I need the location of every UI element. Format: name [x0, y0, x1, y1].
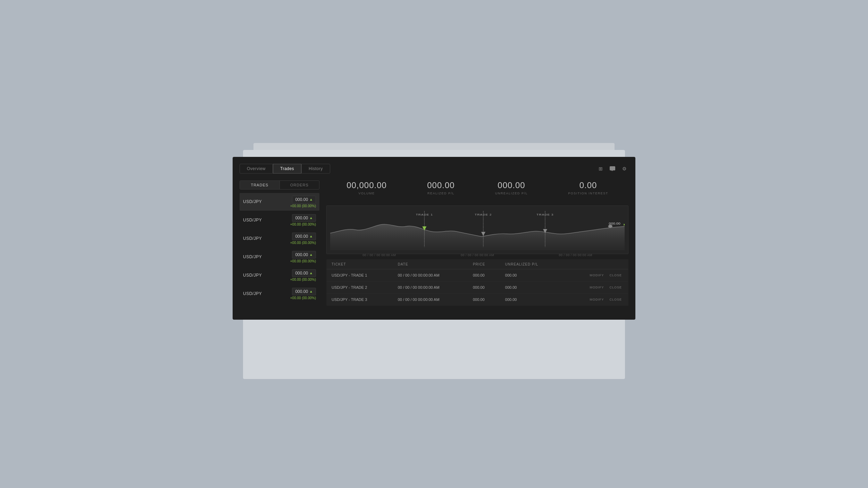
table-row-1: USD/JPY - TRADE 2 00 / 00 / 00 00:00:00 …	[327, 281, 628, 293]
trade3-label: TRADE 3	[536, 213, 553, 216]
stat-position-interest-label: POSITION INTEREST	[568, 192, 608, 195]
row2-close-button[interactable]: CLOSE	[608, 297, 623, 302]
row1-price: 000.00	[468, 281, 500, 293]
row1-date: 00 / 00 / 00 00:00:00 AM	[393, 281, 468, 293]
stat-volume-label: VOLUME	[347, 192, 387, 195]
sidebar-list: USD/JPY 000.00 ▲ +00.00 (00.00%) USD/JPY	[240, 193, 319, 303]
row1-actions: MODIFY CLOSE	[563, 281, 628, 293]
stat-unrealized-pl-value: 000.00	[495, 180, 528, 190]
sidebar-item-1[interactable]: USD/JPY 000.00 ▲ +00.00 (00.00%)	[240, 211, 319, 229]
top-icons: ⊞ ⚙	[596, 165, 628, 173]
sidebar-item-symbol-1: USD/JPY	[243, 218, 262, 222]
col-unrealized-pl: UNREALIZED P/L	[500, 259, 563, 269]
sidebar-item-3[interactable]: USD/JPY 000.00 ▲ +00.00 (00.00%)	[240, 248, 319, 266]
main-panel: 00,000.00 VOLUME 000.00 REALIZED P/L 000…	[319, 180, 628, 306]
tab-history[interactable]: History	[301, 164, 330, 174]
price-value-3: 000.00	[295, 252, 308, 257]
row1-ticket: USD/JPY - TRADE 2	[327, 281, 393, 293]
stat-volume: 00,000.00 VOLUME	[347, 180, 387, 195]
sidebar-item-price-5: 000.00 ▲ +00.00 (00.00%)	[290, 288, 316, 300]
trade2-arrow	[481, 232, 485, 236]
current-price-arrow	[624, 224, 625, 226]
row2-actions: MODIFY CLOSE	[563, 293, 628, 305]
row1-close-button[interactable]: CLOSE	[608, 285, 623, 290]
sidebar-item-symbol-4: USD/JPY	[243, 273, 262, 278]
row0-ticket: USD/JPY - TRADE 1	[327, 269, 393, 281]
row1-unrealized-pl: 000.00	[500, 281, 563, 293]
stat-volume-value: 00,000.00	[347, 180, 387, 190]
chart-labels: 00 / 00 / 00 00:00 AM 00 / 00 / 00 00:00…	[330, 253, 625, 257]
tab-trades[interactable]: Trades	[273, 164, 301, 174]
stat-position-interest-value: 0.00	[568, 180, 608, 190]
price-change-3: +00.00 (00.00%)	[290, 259, 316, 263]
table-row-2: USD/JPY - TRADE 3 00 / 00 / 00 00:00:00 …	[327, 293, 628, 305]
sidebar-item-price-1: 000.00 ▲ +00.00 (00.00%)	[290, 214, 316, 226]
price-change-0: +00.00 (00.00%)	[290, 204, 316, 208]
col-date: DATE	[393, 259, 468, 269]
price-change-2: +00.00 (00.00%)	[290, 241, 316, 245]
sidebar-item-0[interactable]: USD/JPY 000.00 ▲ +00.00 (00.00%)	[240, 193, 319, 211]
price-value-2: 000.00	[295, 234, 308, 239]
chart-timestamp-1: 00 / 00 / 00 00:00 AM	[461, 253, 494, 257]
stats-row: 00,000.00 VOLUME 000.00 REALIZED P/L 000…	[326, 180, 628, 199]
row2-ticket: USD/JPY - TRADE 3	[327, 293, 393, 305]
row2-modify-button[interactable]: MODIFY	[588, 297, 605, 302]
stat-unrealized-pl: 000.00 UNREALIZED P/L	[495, 180, 528, 195]
sidebar-item-2[interactable]: USD/JPY 000.00 ▲ +00.00 (00.00%)	[240, 230, 319, 247]
stat-realized-pl: 000.00 REALIZED P/L	[427, 180, 454, 195]
trades-table: TICKET DATE PRICE UNREALIZED P/L USD/JPY…	[326, 259, 628, 306]
row0-modify-button[interactable]: MODIFY	[588, 273, 605, 278]
price-arrow-0: ▲	[309, 197, 313, 201]
col-ticket: TICKET	[327, 259, 393, 269]
row0-actions: MODIFY CLOSE	[563, 269, 628, 281]
table-row-0: USD/JPY - TRADE 1 00 / 00 / 00 00:00:00 …	[327, 269, 628, 281]
row2-date: 00 / 00 / 00 00:00:00 AM	[393, 293, 468, 305]
price-change-4: +00.00 (00.00%)	[290, 278, 316, 281]
stat-position-interest: 0.00 POSITION INTEREST	[568, 180, 608, 195]
stat-realized-pl-label: REALIZED P/L	[427, 192, 454, 195]
nav-tabs: Overview Trades History	[240, 164, 330, 174]
row2-price: 000.00	[468, 293, 500, 305]
col-actions	[563, 259, 628, 269]
sidebar-item-price-2: 000.00 ▲ +00.00 (00.00%)	[290, 233, 316, 245]
stat-unrealized-pl-label: UNREALIZED P/L	[495, 192, 528, 195]
sidebar-item-symbol-5: USD/JPY	[243, 291, 262, 296]
settings-icon[interactable]: ⚙	[620, 165, 628, 173]
row1-modify-button[interactable]: MODIFY	[588, 285, 605, 290]
sidebar-item-4[interactable]: USD/JPY 000.00 ▲ +00.00 (00.00%)	[240, 267, 319, 284]
content-area: TRADES ORDERS USD/JPY 000.00 ▲ +00.00 (0…	[240, 180, 628, 306]
price-value-4: 000.00	[295, 271, 308, 276]
price-value-1: 000.00	[295, 216, 308, 220]
row0-date: 00 / 00 / 00 00:00:00 AM	[393, 269, 468, 281]
row0-close-button[interactable]: CLOSE	[608, 273, 623, 278]
row0-unrealized-pl: 000.00	[500, 269, 563, 281]
price-arrow-3: ▲	[309, 253, 313, 256]
chart-area	[330, 224, 625, 250]
price-arrow-1: ▲	[309, 216, 313, 220]
price-arrow-2: ▲	[309, 234, 313, 238]
trade2-label: TRADE 2	[475, 213, 492, 216]
sidebar-item-price-4: 000.00 ▲ +00.00 (00.00%)	[290, 269, 316, 281]
top-nav: Overview Trades History ⊞ ⚙	[240, 164, 628, 174]
price-arrow-4: ▲	[309, 271, 313, 275]
chart-container: TRADE 1 TRADE 2 TRADE 3 000.00	[326, 205, 628, 254]
current-price-label: 000.00	[609, 222, 621, 225]
sidebar-item-price-0: 000.00 ▲ +00.00 (00.00%)	[290, 196, 316, 208]
grid-icon[interactable]: ⊞	[596, 165, 605, 173]
sidebar-tab-orders[interactable]: ORDERS	[280, 181, 319, 189]
sidebar-item-symbol-2: USD/JPY	[243, 236, 262, 241]
sidebar-tabs: TRADES ORDERS	[240, 180, 319, 190]
chat-icon[interactable]	[608, 165, 617, 173]
sidebar: TRADES ORDERS USD/JPY 000.00 ▲ +00.00 (0…	[240, 180, 319, 306]
sidebar-item-symbol-3: USD/JPY	[243, 254, 262, 259]
chart-timestamp-0: 00 / 00 / 00 00:00 AM	[362, 253, 396, 257]
sidebar-item-5[interactable]: USD/JPY 000.00 ▲ +00.00 (00.00%)	[240, 285, 319, 303]
price-value-5: 000.00	[295, 289, 308, 294]
tab-overview[interactable]: Overview	[240, 164, 273, 174]
sidebar-tab-trades[interactable]: TRADES	[240, 181, 280, 189]
row0-price: 000.00	[468, 269, 500, 281]
sidebar-item-price-3: 000.00 ▲ +00.00 (00.00%)	[290, 251, 316, 263]
price-arrow-5: ▲	[309, 289, 313, 293]
price-value-0: 000.00	[295, 197, 308, 202]
col-price: PRICE	[468, 259, 500, 269]
